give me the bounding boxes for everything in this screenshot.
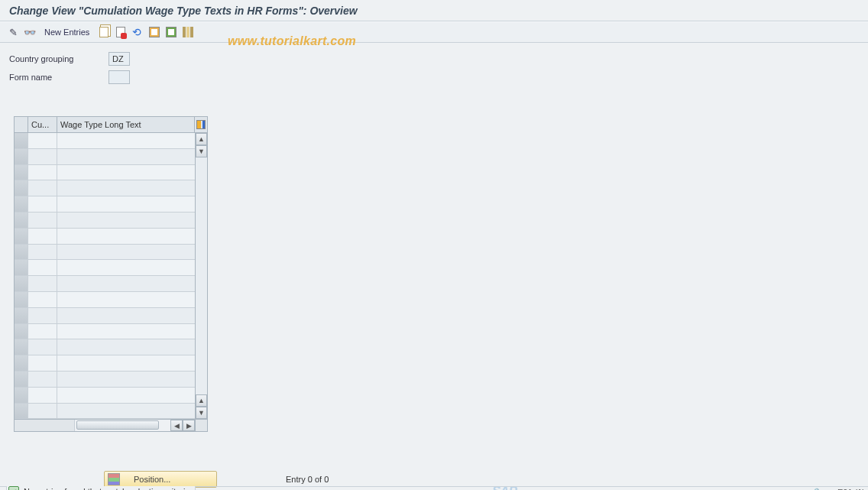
row-selector[interactable] xyxy=(15,276,28,291)
cell-long-text[interactable] xyxy=(57,308,195,323)
hscroll-right-button[interactable]: ▶ xyxy=(183,420,195,431)
copy-button[interactable] xyxy=(97,25,111,39)
cell-long-text[interactable] xyxy=(57,165,195,180)
cell-cu[interactable] xyxy=(28,229,57,244)
vertical-scrollbar[interactable]: ▲ ▼ ▲ ▼ xyxy=(195,133,207,419)
cell-long-text[interactable] xyxy=(57,213,195,228)
form-name-field[interactable] xyxy=(108,70,130,84)
new-entries-button[interactable]: New Entries xyxy=(40,25,94,39)
status-right: 🔒 ▷ E01 (1) xyxy=(811,487,865,490)
cell-cu[interactable] xyxy=(28,324,57,339)
cell-cu[interactable] xyxy=(28,388,57,403)
copy-icon xyxy=(99,27,108,37)
cell-cu[interactable] xyxy=(28,165,57,180)
cell-cu[interactable] xyxy=(28,355,57,371)
cell-long-text[interactable] xyxy=(57,276,195,291)
cell-long-text[interactable] xyxy=(57,149,195,164)
table-row xyxy=(15,149,195,165)
deselect-all-button[interactable] xyxy=(181,25,195,39)
select-block-button[interactable] xyxy=(164,25,178,39)
cell-cu[interactable] xyxy=(28,245,57,260)
other-view-button[interactable]: 👓 xyxy=(23,25,37,39)
cell-cu[interactable] xyxy=(28,404,57,419)
cell-long-text[interactable] xyxy=(57,355,195,371)
row-selector[interactable] xyxy=(15,245,28,260)
cell-long-text[interactable] xyxy=(57,372,195,387)
cell-cu[interactable] xyxy=(28,133,57,148)
hscroll-left-button[interactable]: ◀ xyxy=(170,420,183,431)
row-selector[interactable] xyxy=(15,355,28,371)
row-selector[interactable] xyxy=(15,149,28,164)
scroll-down-step-button[interactable]: ▲ xyxy=(196,394,207,407)
select-all-button[interactable] xyxy=(147,25,161,39)
row-selector[interactable] xyxy=(15,165,28,180)
row-selector[interactable] xyxy=(15,180,28,196)
cell-long-text[interactable] xyxy=(57,229,195,244)
cell-cu[interactable] xyxy=(28,372,57,387)
table-row xyxy=(15,292,195,308)
table-row xyxy=(15,213,195,229)
scroll-up-step-button[interactable]: ▼ xyxy=(196,145,207,157)
grid-header-long-text[interactable]: Wage Type Long Text xyxy=(57,117,195,132)
row-selector[interactable] xyxy=(15,372,28,387)
form-name-label: Form name xyxy=(9,73,108,82)
row-selector[interactable] xyxy=(15,388,28,403)
lock-icon: 🔒 xyxy=(811,488,822,491)
fields-area: Country grouping Form name xyxy=(0,43,868,86)
grid-configure-button[interactable] xyxy=(195,117,207,132)
hscroll-track[interactable] xyxy=(74,420,170,431)
status-success-icon: ✔ xyxy=(8,486,19,490)
row-selector[interactable] xyxy=(15,196,28,212)
cell-long-text[interactable] xyxy=(57,324,195,339)
table-row xyxy=(15,245,195,261)
cell-long-text[interactable] xyxy=(57,133,195,148)
cell-cu[interactable] xyxy=(28,213,57,228)
delete-button[interactable] xyxy=(114,25,128,39)
row-selector[interactable] xyxy=(15,260,28,275)
cell-cu[interactable] xyxy=(28,260,57,275)
row-selector[interactable] xyxy=(15,324,28,339)
hscroll-thumb[interactable] xyxy=(76,420,159,430)
cell-long-text[interactable] xyxy=(57,245,195,260)
table-row xyxy=(15,339,195,355)
row-selector[interactable] xyxy=(15,292,28,307)
table-settings-icon xyxy=(196,120,206,129)
cell-cu[interactable] xyxy=(28,276,57,291)
row-selector[interactable] xyxy=(15,229,28,244)
cell-long-text[interactable] xyxy=(57,292,195,307)
position-button[interactable]: Position... xyxy=(104,471,217,488)
grid-header-cu[interactable]: Cu... xyxy=(28,117,57,132)
toggle-display-change-button[interactable]: ✎ xyxy=(6,25,20,39)
row-selector[interactable] xyxy=(15,308,28,323)
cell-long-text[interactable] xyxy=(57,260,195,275)
grid-header: Cu... Wage Type Long Text xyxy=(15,117,207,133)
cell-long-text[interactable] xyxy=(57,388,195,403)
grid-body: ▲ ▼ ▲ ▼ xyxy=(15,133,207,419)
row-selector[interactable] xyxy=(15,404,28,419)
country-grouping-field[interactable] xyxy=(108,52,130,66)
cell-cu[interactable] xyxy=(28,180,57,196)
cell-cu[interactable] xyxy=(28,308,57,323)
cell-cu[interactable] xyxy=(28,196,57,212)
scroll-down-button[interactable]: ▼ xyxy=(196,407,207,419)
row-selector[interactable] xyxy=(15,339,28,355)
entry-count-text: Entry 0 of 0 xyxy=(286,475,329,484)
cell-cu[interactable] xyxy=(28,292,57,307)
row-selector[interactable] xyxy=(15,213,28,228)
cell-long-text[interactable] xyxy=(57,339,195,355)
grid-header-selector[interactable] xyxy=(15,117,28,132)
cell-long-text[interactable] xyxy=(57,180,195,196)
cell-long-text[interactable] xyxy=(57,196,195,212)
table-row xyxy=(15,165,195,181)
row-selector[interactable] xyxy=(15,133,28,148)
scroll-up-button[interactable]: ▲ xyxy=(196,133,207,145)
scroll-track[interactable] xyxy=(196,157,207,394)
data-grid: Cu... Wage Type Long Text ▲ ▼ ▲ ▼ ◀ ▶ xyxy=(14,116,208,432)
table-row xyxy=(15,388,195,404)
horizontal-scrollbar[interactable]: ◀ ▶ xyxy=(15,419,207,431)
columns-icon xyxy=(183,27,193,37)
undo-button[interactable]: ⟲ xyxy=(131,25,144,39)
cell-cu[interactable] xyxy=(28,339,57,355)
cell-long-text[interactable] xyxy=(57,404,195,419)
cell-cu[interactable] xyxy=(28,149,57,164)
